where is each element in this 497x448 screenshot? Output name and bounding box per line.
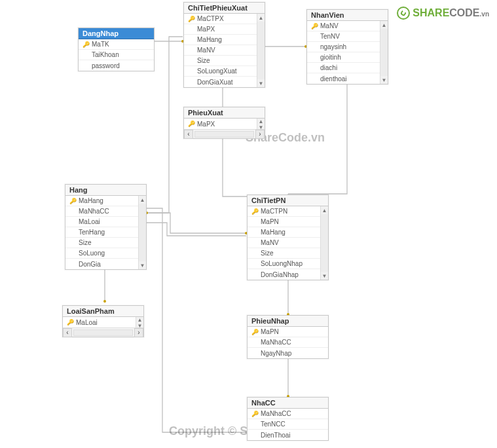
table-header[interactable]: DangNhap (79, 28, 154, 39)
table-row[interactable]: TaiKhoan (79, 50, 154, 60)
scroll-down-icon[interactable]: ▼ (257, 79, 265, 87)
table-row[interactable]: MaNV (184, 45, 257, 56)
logo-share: SHARE (413, 7, 449, 18)
table-row[interactable]: 🔑MaHang (65, 196, 138, 206)
table-row[interactable]: MaPX (184, 24, 257, 35)
table-row[interactable]: MaNhaCC (248, 337, 328, 348)
table-header[interactable]: LoaiSanPham (63, 306, 143, 317)
field-name: SoLuong (76, 250, 105, 257)
table-header[interactable]: PhieuXuat (184, 107, 265, 119)
scroll-right-icon[interactable]: › (255, 130, 265, 139)
table-row[interactable]: SoLuongXuat (184, 66, 257, 77)
table-row[interactable]: dienthoai (307, 73, 380, 84)
key-icon: 🔑 (67, 319, 73, 326)
scroll-down-icon[interactable]: ▼ (380, 76, 388, 84)
table-header[interactable]: NhaCC (248, 398, 328, 409)
scroll-up-icon[interactable]: ▲ (257, 14, 265, 22)
table-row[interactable]: diachi (307, 63, 380, 73)
logo-vn: .vn (480, 10, 489, 18)
scroll-left-icon[interactable]: ‹ (184, 130, 193, 139)
table-header[interactable]: ChiTietPhieuXuat (184, 3, 265, 14)
table-row[interactable]: TenNV (307, 31, 380, 42)
table-header[interactable]: NhanVien (307, 10, 388, 21)
table-row[interactable]: MaHang (248, 227, 320, 238)
scroll-track[interactable] (194, 131, 254, 138)
table-row[interactable]: 🔑MaPN (248, 327, 328, 337)
table-row[interactable]: DienThoai (248, 430, 328, 440)
scroll-down-icon[interactable]: ▼ (257, 124, 265, 130)
table-dangnhap[interactable]: DangNhap 🔑MaTK TaiKhoan password (78, 28, 155, 71)
horizontal-scrollbar[interactable]: ‹› (184, 129, 265, 138)
table-nhacc[interactable]: NhaCC 🔑MaNhaCC TenNCC DienThoai (247, 397, 329, 441)
key-icon: 🔑 (311, 23, 318, 29)
table-row[interactable]: DonGiaXuat (184, 77, 257, 87)
table-row[interactable]: 🔑MaTK (79, 39, 154, 50)
scroll-down-icon[interactable]: ▼ (321, 272, 328, 280)
scroll-right-icon[interactable]: › (134, 328, 143, 337)
table-header[interactable]: ChiTietPN (248, 195, 328, 206)
table-row[interactable]: 🔑MaPX (184, 119, 257, 129)
field-name: MaNV (194, 47, 215, 54)
field-name: MaNV (258, 239, 279, 246)
scroll-up-icon[interactable]: ▲ (321, 206, 328, 214)
table-row[interactable]: TenNCC (248, 419, 328, 430)
vertical-scrollbar[interactable]: ▲▼ (136, 317, 143, 327)
table-row[interactable]: Size (184, 56, 257, 66)
scroll-down-icon[interactable]: ▼ (139, 261, 146, 269)
table-phieuxuat[interactable]: PhieuXuat 🔑MaPX ▲▼ ‹› (183, 107, 265, 139)
table-row[interactable]: 🔑MaNhaCC (248, 409, 328, 419)
table-row[interactable]: ngaysinh (307, 42, 380, 52)
vertical-scrollbar[interactable]: ▲▼ (257, 119, 265, 129)
table-row[interactable]: 🔑MaNV (307, 21, 380, 31)
table-header[interactable]: PhieuNhap (248, 316, 328, 327)
table-chitietphieuxuat[interactable]: ChiTietPhieuXuat 🔑MaCTPX MaPX MaHang MaN… (183, 2, 265, 88)
vertical-scrollbar[interactable]: ▲▼ (380, 21, 388, 84)
table-row[interactable]: MaLoai (65, 217, 138, 227)
scroll-track[interactable] (321, 214, 328, 272)
table-row[interactable]: MaHang (184, 35, 257, 45)
table-row[interactable]: DonGiaNhap (248, 269, 320, 280)
scroll-up-icon[interactable]: ▲ (139, 196, 146, 204)
table-row[interactable]: password (79, 60, 154, 71)
table-nhanvien[interactable]: NhanVien 🔑MaNV TenNV ngaysinh gioitinh d… (306, 9, 388, 84)
field-name: diachi (318, 64, 337, 71)
table-row[interactable]: DonGia (65, 259, 138, 269)
vertical-scrollbar[interactable]: ▲▼ (257, 14, 265, 87)
table-row[interactable]: NgayNhap (248, 348, 328, 358)
scroll-up-icon[interactable]: ▲ (380, 21, 388, 29)
table-loaisanpham[interactable]: LoaiSanPham 🔑MaLoai ▲▼ ‹› (62, 305, 144, 337)
table-phieunhap[interactable]: PhieuNhap 🔑MaPN MaNhaCC NgayNhap (247, 315, 329, 359)
scroll-up-icon[interactable]: ▲ (136, 317, 143, 323)
table-row[interactable]: MaNhaCC (65, 206, 138, 217)
scroll-track[interactable] (257, 22, 265, 79)
scroll-track[interactable] (73, 329, 133, 336)
table-hang[interactable]: Hang 🔑MaHang MaNhaCC MaLoai TenHang Size… (65, 184, 147, 270)
table-row[interactable]: 🔑MaLoai (63, 317, 136, 327)
table-row[interactable]: Size (248, 248, 320, 259)
field-name: ngaysinh (318, 43, 346, 50)
table-row[interactable]: 🔑MaCTPX (184, 14, 257, 24)
scroll-up-icon[interactable]: ▲ (257, 119, 265, 124)
horizontal-scrollbar[interactable]: ‹› (63, 327, 143, 337)
vertical-scrollbar[interactable]: ▲▼ (320, 206, 328, 280)
key-icon: 🔑 (251, 329, 258, 335)
field-name: DonGiaNhap (258, 271, 299, 278)
table-title: NhaCC (251, 399, 276, 407)
table-chitietpn[interactable]: ChiTietPN 🔑MaCTPN MaPN MaHang MaNV Size … (247, 195, 329, 280)
table-row[interactable]: MaNV (248, 238, 320, 248)
table-header[interactable]: Hang (65, 185, 146, 196)
table-row[interactable]: Size (65, 238, 138, 248)
table-row[interactable]: SoLuong (65, 248, 138, 259)
table-row[interactable]: gioitinh (307, 52, 380, 63)
table-row[interactable]: 🔑MaCTPN (248, 206, 320, 217)
table-row[interactable]: TenHang (65, 227, 138, 238)
table-title: ChiTietPhieuXuat (188, 4, 248, 12)
table-row[interactable]: SoLuongNhap (248, 259, 320, 269)
scroll-down-icon[interactable]: ▼ (136, 323, 143, 329)
scroll-left-icon[interactable]: ‹ (63, 328, 72, 337)
scroll-track[interactable] (139, 204, 146, 261)
scroll-track[interactable] (380, 29, 388, 76)
vertical-scrollbar[interactable]: ▲▼ (138, 196, 146, 269)
field-name: MaLoai (76, 218, 100, 225)
table-row[interactable]: MaPN (248, 217, 320, 227)
